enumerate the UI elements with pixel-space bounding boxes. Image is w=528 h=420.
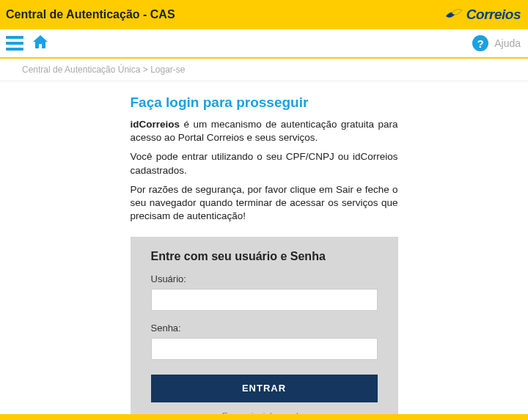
app-title: Central de Autenticação - CAS <box>6 8 175 21</box>
paragraph-3: Por razões de segurança, por favor cliqu… <box>131 183 398 224</box>
breadcrumb-root[interactable]: Central de Autenticação Única <box>22 65 140 75</box>
header-bar: Central de Autenticação - CAS Correios <box>0 0 528 29</box>
login-heading: Entre com seu usuário e Senha <box>151 250 378 263</box>
main-content: Faça login para prosseguir idCorreios é … <box>0 81 528 420</box>
brand-logo[interactable]: Correios <box>443 6 521 23</box>
help-label[interactable]: Ajuda <box>494 37 521 49</box>
password-input[interactable] <box>151 338 378 360</box>
menu-icon[interactable] <box>6 36 23 51</box>
intro-paragraph: idCorreios é um mecanismo de autenticaçã… <box>131 118 398 144</box>
correios-mark-icon <box>443 6 463 23</box>
intro-strong: idCorreios <box>131 119 180 130</box>
password-label: Senha: <box>151 323 378 334</box>
nav-bar: ? Ajuda <box>0 29 528 59</box>
username-input[interactable] <box>151 289 378 311</box>
page-heading: Faça login para prosseguir <box>131 95 398 111</box>
breadcrumb-current: Logar-se <box>150 65 185 75</box>
username-label: Usuário: <box>151 273 378 284</box>
brand-logo-text: Correios <box>466 7 521 23</box>
paragraph-2: Você pode entrar utilizando o seu CPF/CN… <box>131 150 398 177</box>
home-icon[interactable] <box>31 33 50 54</box>
login-button[interactable]: ENTRAR <box>151 375 378 402</box>
login-form: Entre com seu usuário e Senha Usuário: S… <box>131 237 398 420</box>
help-icon[interactable]: ? <box>472 35 488 51</box>
footer-bar <box>0 414 528 420</box>
breadcrumb-sep: > <box>143 65 148 75</box>
breadcrumb: Central de Autenticação Única > Logar-se <box>0 59 528 81</box>
